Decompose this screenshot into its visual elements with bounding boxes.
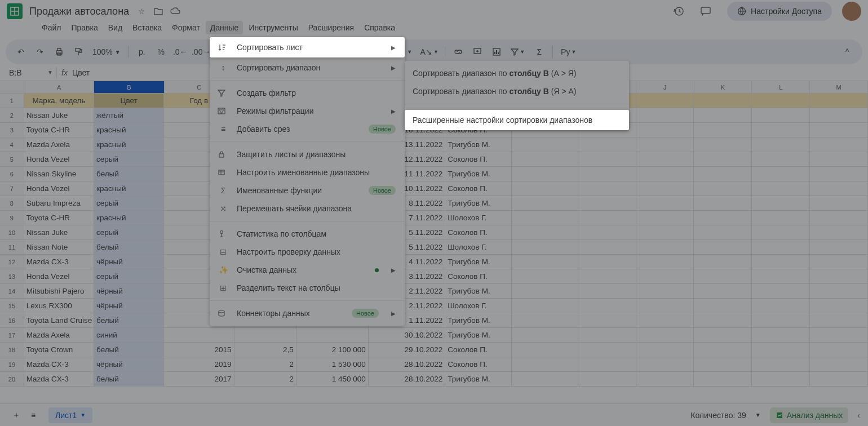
cell[interactable]: 2 <box>234 372 296 387</box>
cell[interactable] <box>234 328 296 343</box>
menu-sort-range[interactable]: ↕Сортировать диапазон▶ <box>210 59 405 77</box>
cell[interactable]: 2 100 000 <box>296 343 369 357</box>
cell[interactable] <box>810 108 868 123</box>
count-label[interactable]: Количество: 39 <box>690 411 746 420</box>
cell[interactable] <box>810 357 868 372</box>
col-header-L[interactable]: L <box>752 81 810 93</box>
cell[interactable] <box>578 269 636 284</box>
cell[interactable] <box>512 225 578 240</box>
cell[interactable] <box>810 313 868 328</box>
cell[interactable]: Honda Vezel <box>24 269 94 284</box>
cell[interactable] <box>810 343 868 357</box>
cell[interactable] <box>752 313 810 328</box>
row-header[interactable]: 13 <box>0 269 24 284</box>
cell[interactable]: Honda Vezel <box>24 152 94 167</box>
cell[interactable] <box>752 123 810 137</box>
cell[interactable]: Марка, модель <box>24 94 94 108</box>
cell[interactable] <box>636 94 694 108</box>
cell[interactable] <box>636 343 694 357</box>
cell[interactable]: Соколов П. <box>445 225 512 240</box>
menu-tools[interactable]: Инструменты <box>244 21 302 34</box>
row-header[interactable]: 12 <box>0 255 24 269</box>
cell[interactable]: Mazda CX-3 <box>24 357 94 372</box>
row-header[interactable]: 20 <box>0 372 24 387</box>
cell[interactable] <box>636 284 694 299</box>
menu-filter-views[interactable]: Режимы фильтрации▶ <box>210 102 405 120</box>
cell[interactable] <box>636 167 694 181</box>
cell[interactable] <box>636 299 694 313</box>
cell[interactable]: Тригубов М. <box>445 167 512 181</box>
cell[interactable] <box>636 255 694 269</box>
cell[interactable] <box>694 211 752 225</box>
row-header[interactable]: 8 <box>0 196 24 211</box>
cell[interactable] <box>810 240 868 255</box>
cell[interactable] <box>578 181 636 196</box>
cell[interactable] <box>636 372 694 387</box>
col-header-A[interactable]: A <box>24 81 94 93</box>
cell[interactable] <box>578 328 636 343</box>
menu-cleanup[interactable]: ✨Очистка данных ▶ <box>210 261 405 279</box>
cell[interactable]: красный <box>94 123 164 137</box>
cell[interactable] <box>512 167 578 181</box>
cell[interactable] <box>636 211 694 225</box>
row-header[interactable]: 7 <box>0 181 24 196</box>
cell[interactable]: Mazda Axela <box>24 328 94 343</box>
link-button[interactable] <box>450 43 467 60</box>
cell[interactable]: белый <box>94 343 164 357</box>
menu-help[interactable]: Справка <box>360 21 400 34</box>
col-header-M[interactable]: M <box>810 81 868 93</box>
cell[interactable] <box>512 137 578 152</box>
cell[interactable]: Mazda CX-3 <box>24 372 94 387</box>
cell[interactable] <box>694 196 752 211</box>
cell[interactable] <box>512 255 578 269</box>
formula-bar[interactable]: fx Цвет <box>56 66 90 78</box>
cell[interactable] <box>578 255 636 269</box>
input-lang-button[interactable]: Ру▼ <box>557 43 580 60</box>
cell[interactable] <box>752 167 810 181</box>
cell[interactable] <box>694 357 752 372</box>
cell[interactable]: серый <box>94 196 164 211</box>
menu-data[interactable]: Данные <box>206 21 243 34</box>
col-header-K[interactable]: K <box>694 81 752 93</box>
cell[interactable]: белый <box>94 372 164 387</box>
col-header-B[interactable]: B <box>94 81 164 93</box>
cell[interactable] <box>810 284 868 299</box>
sheets-logo-icon[interactable] <box>7 3 23 19</box>
sort-range-asc[interactable]: Сортировать диапазон по столбцу B (А > Я… <box>405 64 629 82</box>
cell[interactable] <box>752 240 810 255</box>
cell[interactable] <box>752 181 810 196</box>
redo-button[interactable]: ↷ <box>32 43 48 60</box>
cell[interactable] <box>512 181 578 196</box>
cell[interactable] <box>512 196 578 211</box>
name-box[interactable]: B:B ▼ <box>6 67 56 78</box>
cell[interactable] <box>810 211 868 225</box>
cell[interactable]: Шолохов Г. <box>445 211 512 225</box>
menu-edit[interactable]: Правка <box>67 21 102 34</box>
cell[interactable] <box>694 108 752 123</box>
cell[interactable]: Соколов П. <box>445 152 512 167</box>
cell[interactable] <box>636 328 694 343</box>
percent-button[interactable]: % <box>153 43 170 60</box>
cell[interactable] <box>578 343 636 357</box>
cell[interactable] <box>810 137 868 152</box>
highlighted-sort-sheet[interactable]: Сортировать лист ▶ <box>210 37 405 57</box>
row-header[interactable]: 15 <box>0 299 24 313</box>
row-header[interactable]: 6 <box>0 167 24 181</box>
cell[interactable] <box>694 167 752 181</box>
cell[interactable] <box>578 284 636 299</box>
cell[interactable]: красный <box>94 211 164 225</box>
cell[interactable] <box>578 225 636 240</box>
cell[interactable]: Тригубов М. <box>445 196 512 211</box>
data-menu-dropdown[interactable]: ↕Сортировать лист▶ ↕Сортировать диапазон… <box>210 37 405 326</box>
cell[interactable] <box>578 299 636 313</box>
explore-button[interactable]: Анализ данных <box>770 407 849 423</box>
cell[interactable]: белый <box>94 167 164 181</box>
cell[interactable] <box>694 240 752 255</box>
currency-button[interactable]: р. <box>134 43 150 60</box>
cell[interactable] <box>810 167 868 181</box>
row-header[interactable]: 3 <box>0 123 24 137</box>
cell[interactable]: Subaru Impreza <box>24 196 94 211</box>
cell[interactable] <box>296 328 369 343</box>
cell[interactable] <box>578 372 636 387</box>
cell[interactable]: Nissan Juke <box>24 225 94 240</box>
